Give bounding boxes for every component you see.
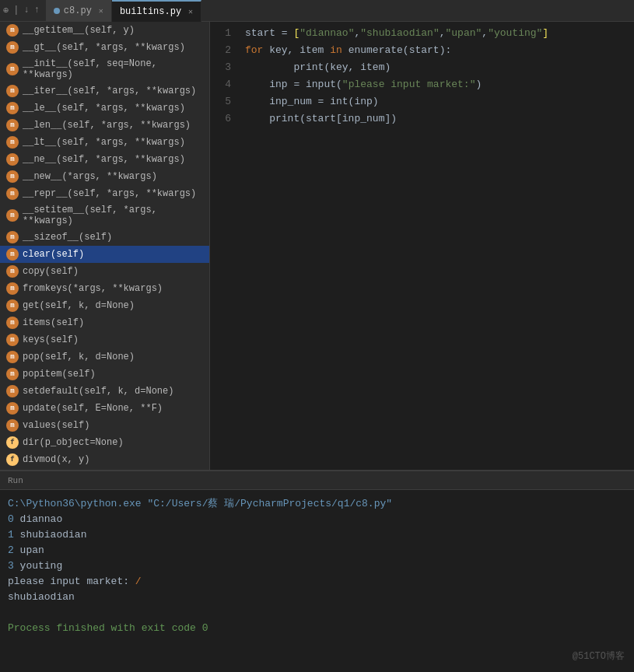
method-badge: f xyxy=(6,436,19,449)
sidebar-item-keys[interactable]: m keys(self) xyxy=(0,331,209,348)
watermark: @51CTO博客 xyxy=(573,649,625,663)
tab-bar: ⊕ | ↓ ↑ c8.py ✕ builtins.py ✕ xyxy=(0,0,634,22)
tab-c8py-label: c8.py xyxy=(64,5,92,16)
line-num-6: 6 xyxy=(216,110,231,128)
sidebar-item-label: update(self, E=None, **F) xyxy=(23,403,163,414)
sidebar-item-divmod[interactable]: f divmod(x, y) xyxy=(0,451,209,468)
method-badge: m xyxy=(6,24,19,37)
line-num-1: 1 xyxy=(216,25,231,42)
sidebar-item-label: __len__(self, *args, **kwargs) xyxy=(23,120,191,131)
sidebar-item-label: divmod(x, y) xyxy=(23,454,89,465)
sidebar-item-new[interactable]: m __new__(*args, **kwargs) xyxy=(0,168,209,185)
sidebar-item-label: __init__(self, seq=None, **kwargs) xyxy=(23,58,203,80)
sidebar-item-repr[interactable]: m __repr__(self, *args, **kwargs) xyxy=(0,185,209,202)
line-num-2: 2 xyxy=(216,42,231,59)
method-badge: m xyxy=(6,231,19,243)
method-badge: m xyxy=(6,317,19,329)
sidebar-item-setitem[interactable]: m __setitem__(self, *args, **kwargs) xyxy=(0,202,209,229)
up-icon[interactable]: ↑ xyxy=(34,5,40,16)
sidebar-item-label: __new__(*args, **kwargs) xyxy=(23,171,157,182)
code-line-3: print(key, item) xyxy=(245,59,626,76)
terminal-spacer xyxy=(8,605,626,621)
settings-icon[interactable]: ⊕ xyxy=(3,5,9,16)
method-badge: m xyxy=(6,153,19,166)
sidebar-item-label: dir(p_object=None) xyxy=(23,437,124,448)
sidebar-item-dir[interactable]: f dir(p_object=None) xyxy=(0,434,209,451)
terminal-out-result: shubiaodian xyxy=(8,590,626,605)
sidebar-item-label: __setitem__(self, *args, **kwargs) xyxy=(23,205,203,226)
terminal-content: C:\Python36\python.exe "C:/Users/蔡 瑞/Pyc… xyxy=(0,490,634,642)
code-line-2: for key, item in enumerate(start): xyxy=(245,42,626,59)
terminal-wrapper: C:\Python36\python.exe "C:/Users/蔡 瑞/Pyc… xyxy=(0,490,634,672)
code-editor[interactable]: 1 2 3 4 5 6 start = ["diannao","shubiaod… xyxy=(210,22,634,470)
sidebar-item-copy[interactable]: m copy(self) xyxy=(0,263,209,280)
sidebar-item-label: pop(self, k, d=None) xyxy=(23,352,135,362)
sidebar-item-items[interactable]: m items(self) xyxy=(0,314,209,331)
method-badge: m xyxy=(6,299,19,312)
sidebar-item-lt[interactable]: m __lt__(self, *args, **kwargs) xyxy=(0,134,209,151)
tab-builtinspy-label: builtins.py xyxy=(120,6,181,17)
sidebar-item-label: __getitem__(self, y) xyxy=(23,25,135,36)
sidebar-item-label: setdefault(self, k, d=None) xyxy=(23,386,173,397)
method-badge: m xyxy=(6,402,19,415)
sidebar-item-pop[interactable]: m pop(self, k, d=None) xyxy=(0,348,209,366)
sidebar-item-popitem[interactable]: m popitem(self) xyxy=(0,366,209,383)
tab-builtinspy-close[interactable]: ✕ xyxy=(188,7,193,16)
terminal-out-3: 3 youting xyxy=(8,558,626,574)
tab-c8py-close[interactable]: ✕ xyxy=(99,6,103,16)
method-badge: m xyxy=(6,170,19,183)
method-badge: m xyxy=(6,209,19,222)
method-badge: f xyxy=(6,453,19,466)
sidebar-item-getitem[interactable]: m __getitem__(self, y) xyxy=(0,22,209,39)
terminal-out-1: 1 shubiaodian xyxy=(8,527,626,543)
code-lines: start = ["diannao","shubiaodian","upan",… xyxy=(237,25,634,467)
terminal-out-0: 0 diannao xyxy=(8,512,626,527)
code-area: 1 2 3 4 5 6 start = ["diannao","shubiaod… xyxy=(210,22,634,470)
sidebar-item-fromkeys[interactable]: m fromkeys(*args, **kwargs) xyxy=(0,280,209,297)
sidebar-item-label: popitem(self) xyxy=(23,369,96,380)
sidebar-item-iter[interactable]: m __iter__(self, *args, **kwargs) xyxy=(0,82,209,100)
tab-builtinspy[interactable]: builtins.py ✕ xyxy=(112,0,201,22)
terminal-cmd: C:\Python36\python.exe "C:/Users/蔡 瑞/Pyc… xyxy=(8,496,626,512)
sidebar-item-label: __repr__(self, *args, **kwargs) xyxy=(23,188,196,199)
down-icon[interactable]: ↓ xyxy=(23,5,29,16)
method-badge: m xyxy=(6,265,19,278)
terminal: Run C:\Python36\python.exe "C:/Users/蔡 瑞… xyxy=(0,470,634,672)
sidebar-item-update[interactable]: m update(self, E=None, **F) xyxy=(0,400,209,417)
method-badge: m xyxy=(6,368,19,380)
method-badge: m xyxy=(6,334,19,346)
sidebar-item-label: __ne__(self, *args, **kwargs) xyxy=(23,154,185,165)
sidebar-item-init[interactable]: m __init__(self, seq=None, **kwargs) xyxy=(0,56,209,82)
code-line-1: start = ["diannao","shubiaodian","upan",… xyxy=(245,25,626,42)
method-badge: m xyxy=(6,385,19,397)
method-badge: m xyxy=(6,41,19,54)
file-dot-icon xyxy=(54,8,60,14)
line-num-4: 4 xyxy=(216,76,231,93)
sidebar-item-ne[interactable]: m __ne__(self, *args, **kwargs) xyxy=(0,151,209,168)
method-badge: m xyxy=(6,419,19,432)
sidebar-item-sizeof[interactable]: m __sizeof__(self) xyxy=(0,229,209,246)
tab-c8py[interactable]: c8.py ✕ xyxy=(46,0,112,22)
code-line-4: inp = input("please input market:") xyxy=(245,76,626,93)
sidebar-item-setdefault[interactable]: m setdefault(self, k, d=None) xyxy=(0,383,209,400)
method-badge: m xyxy=(6,136,19,149)
terminal-title: Run xyxy=(8,476,23,485)
sidebar-item-clear[interactable]: m clear(self) xyxy=(0,246,209,263)
sidebar-item-len[interactable]: m __len__(self, *args, **kwargs) xyxy=(0,117,209,134)
code-line-6: print(start[inp_num]) xyxy=(245,110,626,128)
sidebar-item-le[interactable]: m __le__(self, *args, **kwargs) xyxy=(0,100,209,117)
sidebar-item-gt[interactable]: m __gt__(self, *args, **kwargs) xyxy=(0,39,209,56)
sidebar-item-get[interactable]: m get(self, k, d=None) xyxy=(0,297,209,314)
code-line-5: inp_num = int(inp) xyxy=(245,93,626,110)
method-badge: m xyxy=(6,248,19,261)
terminal-input-prompt: please input market: / xyxy=(8,574,626,590)
method-badge: m xyxy=(6,63,19,75)
sidebar-item-label: keys(self) xyxy=(23,334,79,345)
method-badge: m xyxy=(6,85,19,97)
line-num-5: 5 xyxy=(216,93,231,110)
terminal-header: Run xyxy=(0,471,634,490)
sidebar-item-label: get(self, k, d=None) xyxy=(23,300,135,311)
sidebar: m __getitem__(self, y) m __gt__(self, *a… xyxy=(0,22,210,470)
method-badge: m xyxy=(6,282,19,295)
sidebar-item-values[interactable]: m values(self) xyxy=(0,417,209,434)
